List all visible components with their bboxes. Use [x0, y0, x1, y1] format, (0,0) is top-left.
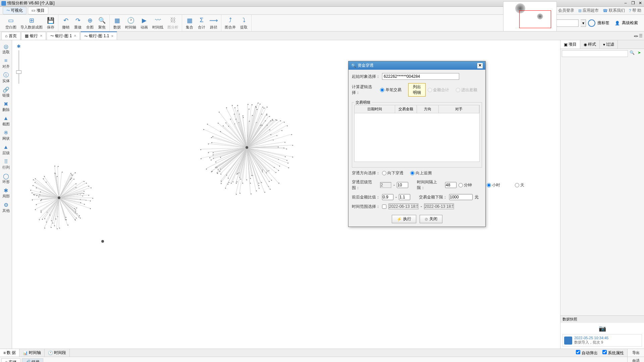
fit-button[interactable]: 自适 [628, 357, 644, 362]
ltool-局部[interactable]: ✱局部 [0, 186, 12, 200]
close-icon[interactable]: × [111, 34, 113, 39]
snapshot-header: 数据快照 [560, 316, 644, 323]
search-dropdown[interactable]: ▾ [581, 19, 586, 27]
radio-up[interactable]: 向上追溯 [410, 170, 436, 176]
tab-bank-graph1[interactable]: ⤳ 银行-图 1 × [47, 32, 80, 40]
search-icon[interactable]: 🔍 [629, 50, 635, 57]
dialog-titlebar[interactable]: 🔍资金穿透 ✕ [348, 61, 485, 70]
level-to-input[interactable] [397, 182, 408, 188]
toolbar-提取[interactable]: ⤵提取 [238, 16, 249, 31]
tab-list-icon[interactable]: ☰ [639, 34, 643, 38]
toolbar-聚焦[interactable]: 🔍聚焦 [97, 16, 107, 31]
execute-button[interactable]: ⚡执行 [392, 215, 416, 223]
ltool-对齐[interactable]: ≡对齐 [0, 56, 12, 70]
search-icon[interactable] [588, 19, 595, 27]
close-button[interactable]: ✕ [638, 1, 643, 6]
panel-search-input[interactable] [562, 50, 628, 57]
rtab-style[interactable]: ◉ 样式 [580, 40, 600, 49]
sys-attr-checkbox[interactable]: 系统属性 [602, 350, 624, 356]
filter-entity[interactable]: ○ 实体 [1, 358, 20, 362]
minimap[interactable] [503, 1, 557, 32]
menu-tab-visualize[interactable]: ⤳ 可视化 [3, 7, 26, 14]
radio-down[interactable]: 向下穿透 [382, 170, 408, 176]
level-from-input[interactable] [380, 182, 391, 188]
radio-single[interactable]: 单笔交易 [380, 87, 406, 93]
app-icon [1, 1, 6, 6]
ltool-选取[interactable]: ◎选取 [0, 42, 12, 56]
tab-bank-graph11[interactable]: ⤳ 银行-图 1.1 × [80, 32, 117, 40]
maximize-button[interactable]: ❐ [631, 1, 635, 6]
time-enable-checkbox[interactable] [382, 204, 386, 209]
adv-search-link[interactable]: 高级检索 [622, 20, 638, 26]
start-object-input[interactable] [382, 73, 459, 80]
appstore-link[interactable]: ⊞应用超市 [578, 8, 599, 13]
zoom-handle[interactable] [16, 70, 21, 74]
ltool-行列[interactable]: ⠿行列 [0, 157, 12, 171]
fund-trace-dialog: 🔍资金穿透 ✕ 起始对象选择： 计算逻辑选择： 单笔交易 列出明细 金额合计 进… [348, 61, 486, 227]
locate-icon[interactable]: ➤ [636, 50, 643, 57]
tab-bank[interactable]: ▦ 银行 × [21, 32, 46, 40]
btab-timeline[interactable]: 📊 时间轴 [19, 349, 45, 357]
app-title: 情报分析师 V6.60 [个人版] [7, 0, 55, 6]
toolbar-动画[interactable]: ▶动画 [139, 16, 150, 31]
ltool-链接[interactable]: 🔗链接 [0, 85, 12, 99]
btab-data[interactable]: ≡ 数 据 [0, 349, 19, 357]
toolbar-撤销[interactable]: ↶撤销 [60, 16, 71, 31]
close-icon[interactable]: × [74, 34, 76, 38]
rtab-project[interactable]: ▣ 项目 [560, 40, 580, 49]
menu-tab-project[interactable]: ▭ 项目 [28, 7, 48, 14]
right-panel: ▣ 项目 ◉ 样式 ▾ 过滤 🔍➤ 数据快照 📷 2022-05-25 10:3… [560, 40, 644, 349]
time-to-input[interactable] [424, 203, 454, 209]
toolbar-导入数据成图[interactable]: ⊞导入数据成图 [19, 16, 44, 31]
toolbar-图合并[interactable]: ⤴图合并 [223, 16, 237, 31]
toolbar-路径[interactable]: ⟿路径 [208, 16, 219, 31]
radio-sum[interactable]: 金额合计 [428, 87, 454, 93]
amount-input[interactable] [449, 194, 473, 200]
minimize-button[interactable]: – [623, 1, 628, 6]
export-button[interactable]: 导出 [628, 349, 644, 357]
camera-icon[interactable]: 📷 [562, 325, 642, 332]
btab-period[interactable]: 🕐 时间段 [45, 349, 70, 357]
toolbar-全图[interactable]: ⊕全图 [85, 16, 95, 31]
tab-prev-icon[interactable]: ◂ [634, 34, 636, 38]
close-icon[interactable]: × [40, 34, 42, 38]
toolbar-时间线[interactable]: 〰时间线 [151, 16, 165, 31]
ratio-to-input[interactable] [399, 194, 410, 200]
ltool-网状[interactable]: ※网状 [0, 128, 12, 142]
toolbar-数据[interactable]: ▦数据 [112, 16, 122, 31]
dialog-close-button[interactable]: ✕ [477, 63, 483, 68]
radio-diff[interactable]: 进出差额 [456, 87, 482, 93]
left-toolbar: ◎选取≡对齐ⓘ实体🔗链接✖删除▲截图※网状▲层级⠿行列◯环形✱局部⚙其他 [0, 40, 12, 349]
list-detail-button[interactable]: 列出明细 [408, 83, 426, 97]
snapshot-item[interactable]: 2022-05-25 10:34:45 数据导入，批次 9 [562, 334, 642, 347]
close-dialog-button[interactable]: ⊘关闭 [420, 215, 442, 223]
rtab-filter[interactable]: ▾ 过滤 [600, 40, 618, 49]
auto-popup-checkbox[interactable]: 自动弹出 [576, 350, 597, 356]
gap-input[interactable] [445, 182, 457, 188]
layout-icon[interactable]: ✱ [17, 44, 21, 49]
transaction-table[interactable]: 日期时间 交易金额 方向 对手 [354, 105, 480, 162]
toolbar-集合[interactable]: ▦集合 [184, 16, 195, 31]
toolbar-图分析[interactable]: ⛓图分析 [166, 16, 180, 31]
toolbar-合计[interactable]: Σ合计 [196, 16, 207, 31]
ltool-删除[interactable]: ✖删除 [0, 99, 12, 114]
ltool-层级[interactable]: ▲层级 [0, 142, 12, 157]
toolbar-保存[interactable]: 💾保存 [45, 16, 56, 31]
ltool-实体[interactable]: ⓘ实体 [0, 70, 12, 85]
bottom-panel: ≡ 数 据 📊 时间轴 🕐 时间段 自动弹出 系统属性 ○ 实体 🔗 链接 银行… [0, 349, 644, 362]
time-from-input[interactable] [388, 203, 419, 209]
tab-next-icon[interactable]: ▸ [636, 34, 638, 38]
toolbar-重做[interactable]: ↷重做 [72, 16, 83, 31]
help-link[interactable]: ?帮 助 [629, 8, 641, 13]
contact-link[interactable]: ☎联系我们 [603, 8, 625, 13]
ltool-其他[interactable]: ⚙其他 [0, 200, 12, 215]
toolbar-空白图[interactable]: ▭空白图 [4, 16, 18, 31]
tab-home[interactable]: ⌂ 首页 [1, 32, 20, 40]
ratio-from-input[interactable] [382, 194, 393, 200]
filter-link[interactable]: 🔗 链接 [22, 358, 43, 362]
ltool-截图[interactable]: ▲截图 [0, 114, 12, 128]
zoom-slider[interactable]: ✱ [15, 44, 22, 84]
search-label: 搜标签 [597, 20, 609, 26]
ltool-环形[interactable]: ◯环形 [0, 171, 12, 186]
toolbar-时间轴[interactable]: 🕐时间轴 [124, 16, 138, 31]
